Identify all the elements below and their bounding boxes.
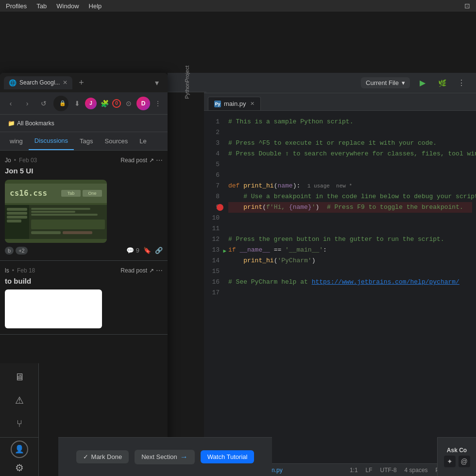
screenshot-icon: ⊡ (464, 2, 470, 10)
debug-button[interactable]: 🌿 (435, 76, 449, 90)
watch-tutorial-btn[interactable]: Watch Tutorial (201, 450, 255, 463)
line-num-17: 17 (204, 288, 224, 298)
profile-settings-icon[interactable]: 👤 (11, 441, 28, 458)
code-line-11 (228, 223, 472, 234)
content-tabs: wing Discussions Tags Sources Le (0, 132, 168, 151)
line-num-12: 12 (204, 234, 224, 245)
tab-list-button[interactable]: ▾ (150, 76, 164, 89)
ide-tab-close[interactable]: ✕ (250, 101, 255, 107)
tab-wing[interactable]: wing (4, 133, 29, 150)
post-reactions-1: 💬 9 🔖 🔗 (126, 247, 163, 254)
cursor-position: 1:1 (350, 467, 358, 474)
line-num-10: 10 (204, 213, 224, 223)
thumb-main (29, 205, 107, 239)
tab-sources[interactable]: Sources (99, 133, 134, 150)
code-line-16: # See PyCharm help at https://www.jetbra… (228, 277, 472, 288)
post-actions-1: Read post ↗ ⋯ (120, 156, 163, 164)
copilot-star-icon[interactable]: ✦ (444, 456, 456, 467)
address-input[interactable]: 🔒 .y.dev | desir... › ★ (53, 96, 68, 111)
nav-forward-btn[interactable]: › (20, 97, 34, 110)
code-line-5 (228, 159, 472, 170)
post-actions-2: Read post ↗ ⋯ (120, 267, 163, 274)
extensions-icon[interactable]: 🧩 (99, 98, 110, 109)
copilot-at-icon[interactable]: @ (459, 456, 470, 467)
chrome-addressbar: ‹ › ↺ 🔒 .y.dev | desir... › ★ ⬇ J 🧩 0 ⊙ … (0, 92, 168, 115)
menu-profiles[interactable]: Profiles (6, 2, 27, 10)
line-num-6: 6 (204, 170, 224, 181)
share-icon-1: 🔗 (155, 247, 163, 254)
thumb-sidebar (5, 205, 29, 239)
more-menu-icon[interactable]: ⋮ (152, 98, 164, 109)
sys-icon-git[interactable]: ⑂ (10, 414, 29, 433)
post-more-2[interactable]: ⋯ (156, 267, 163, 274)
read-post-label-2: Read post (120, 267, 147, 274)
post-more-1[interactable]: ⋯ (156, 156, 163, 164)
read-post-arrow-2: ↗ (149, 267, 154, 274)
ide-tab-label: main.py (224, 100, 246, 107)
post-item-1: Jo • Feb 03 Read post ↗ ⋯ Jon 5 UI cs16.… (0, 151, 168, 261)
code-line-14: print_hi('PyCharm') (228, 255, 472, 266)
read-post-label-1: Read post (120, 157, 147, 164)
line-num-16: 16 (204, 277, 224, 288)
user-avatar[interactable]: D (136, 97, 150, 110)
mark-done-btn[interactable]: ✓ Mark Done (76, 450, 129, 463)
post-tag-more[interactable]: +2 (16, 247, 28, 255)
thumbnail-title: cs16.css (10, 188, 47, 198)
code-line-4: # Press Double ⇧ to search everywhere fo… (228, 149, 472, 159)
post-date-1: • (14, 157, 16, 164)
download-icon[interactable]: ⬇ (71, 98, 83, 109)
tab-close-btn[interactable]: ✕ (63, 79, 68, 86)
menu-window[interactable]: Window (56, 2, 79, 10)
ide-tabbar: Py main.py ✕ (204, 93, 476, 111)
code-line-10 (228, 213, 472, 223)
line-num-5: 5 (204, 159, 224, 170)
read-post-btn-2[interactable]: Read post ↗ (120, 267, 154, 274)
bookmark-btn-1[interactable]: 🔖 (143, 247, 151, 254)
bookmark-icon-1: 🔖 (143, 247, 151, 254)
code-line-7: def print_hi(name): 1 usage new * (228, 181, 472, 191)
mark-done-label: Mark Done (91, 453, 122, 460)
ide-tab-main-py[interactable]: Py main.py ✕ (208, 97, 261, 110)
sys-icon-alert[interactable]: ⚠ (10, 391, 29, 410)
menu-bar-right: ⊡ (464, 2, 470, 10)
toolbar-icons: ⬇ J 🧩 0 ⊙ D ⋮ (71, 97, 164, 110)
gear-icon[interactable]: ⚙ (15, 462, 24, 474)
share-btn-1[interactable]: 🔗 (155, 247, 163, 254)
code-line-13: if __name__ == '__main__': (228, 245, 472, 255)
post-tags-1: b +2 (5, 247, 28, 255)
post-thumbnail-1: cs16.css Tab One (5, 180, 107, 243)
post-date-val-1: Feb 03 (19, 157, 37, 164)
tab-discussions[interactable]: Discussions (29, 132, 74, 150)
url-secure-icon: 🔒 (59, 100, 66, 106)
more-button[interactable]: ⋮ (455, 76, 468, 90)
ide-titlebar-right: Current File ▾ ▶ 🌿 ⋮ (361, 76, 468, 90)
comment-icon-1: 💬 (126, 247, 134, 254)
nav-refresh-btn[interactable]: ↺ (37, 97, 51, 110)
comments-btn-1[interactable]: 💬 9 (126, 247, 139, 254)
profile-menu-icon[interactable]: J (85, 98, 97, 109)
tutorial-panel: ✓ Mark Done Next Section → Watch Tutoria… (58, 437, 272, 476)
chrome-active-tab[interactable]: 🌐 Search Googl... ✕ (4, 76, 72, 89)
line-num-1: 1 (204, 117, 224, 127)
url-text: .y.dev | desir... (68, 100, 68, 107)
menu-tab[interactable]: Tab (36, 2, 47, 10)
read-post-btn-1[interactable]: Read post ↗ (120, 157, 154, 164)
line-num-8: 8 (204, 191, 224, 202)
line-ending: LF (366, 467, 373, 474)
line-num-14: 14 (204, 255, 224, 266)
next-section-btn[interactable]: Next Section → (135, 450, 195, 464)
bookmark-all-bookmarks[interactable]: 📁 All Bookmarks (4, 118, 58, 129)
nav-back-btn[interactable]: ‹ (4, 97, 17, 110)
post-tag-b[interactable]: b (5, 247, 14, 255)
post-date-val-2: Feb 18 (17, 267, 35, 274)
run-button[interactable]: ▶ (416, 76, 429, 90)
new-tab-button[interactable]: + (74, 76, 88, 89)
code-line-8: # Use a breakpoint in the code line belo… (228, 191, 472, 202)
tab-le[interactable]: Le (134, 133, 152, 150)
notification-badge: 0 (112, 99, 121, 108)
network-icon[interactable]: ⊙ (123, 98, 135, 109)
current-file-btn[interactable]: Current File ▾ (361, 77, 410, 88)
tab-tags[interactable]: Tags (74, 133, 99, 150)
sys-icon-display[interactable]: 🖥 (10, 367, 29, 387)
menu-help[interactable]: Help (89, 2, 102, 10)
